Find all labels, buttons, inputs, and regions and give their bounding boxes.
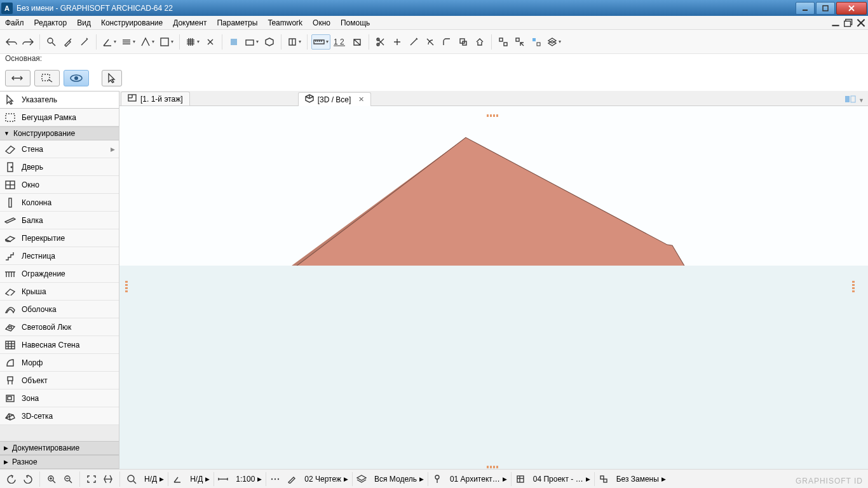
status-nd2[interactable]: Н/Д▶ [186,472,214,486]
tool-curtain-wall[interactable]: Навесная Стена [0,336,119,354]
tool-column[interactable]: Колонна [0,194,119,212]
group4-button[interactable] [545,34,563,50]
status-replace[interactable]: Без Замены▶ [613,472,670,486]
tool-pointer[interactable]: Указатель [0,91,119,109]
group2-button[interactable] [512,34,527,50]
category-documentation[interactable]: ▶Документирование [0,441,119,455]
zoom-in-button[interactable] [44,472,59,486]
tool-railing[interactable]: Ограждение [0,265,119,283]
angle-constraint-button[interactable] [100,34,118,50]
tool-roof[interactable]: Крыша [0,283,119,301]
trace-button[interactable] [226,34,241,50]
measure-button[interactable] [311,34,330,50]
close-button[interactable] [836,2,867,15]
doc-close-icon[interactable] [857,18,865,27]
eyedrop-button[interactable] [60,34,76,50]
menu-view[interactable]: Вид [72,16,96,29]
close-tab-icon[interactable]: ✕ [358,95,364,104]
tool-3d-mesh[interactable]: 3D-сетка [0,407,119,425]
status-drawing[interactable]: 02 Чертеж▶ [301,472,353,486]
snap-button[interactable] [203,34,218,50]
grid-button[interactable] [184,34,201,50]
mode-select-rect-button[interactable] [34,70,60,86]
trim1-button[interactable] [373,34,388,50]
tool-stair[interactable]: Лестница [0,247,119,265]
tool-shell[interactable]: Оболочка [0,301,119,318]
menu-file[interactable]: Файл [0,16,29,29]
fillet-button[interactable] [439,34,454,50]
3d-viewport[interactable]: z x y [119,106,868,469]
tool-morph[interactable]: Морф [0,354,119,372]
status-fwd-button[interactable] [20,472,36,486]
mode-orbit-button[interactable] [64,70,89,86]
chevron-down-icon[interactable]: ▼ [858,97,864,104]
resize-button[interactable] [456,34,471,50]
menu-teamwork[interactable]: Teamwork [262,16,308,29]
group1-button[interactable] [496,34,511,50]
tool-skylight[interactable]: Световой Люк [0,318,119,336]
status-scale[interactable]: 1:100▶ [232,472,266,486]
angle-icon[interactable] [170,472,185,486]
redo-button[interactable] [20,34,36,50]
menu-options[interactable]: Параметры [212,16,262,29]
status-back-button[interactable] [4,472,19,486]
tab-overview-icon[interactable] [844,95,856,105]
openings-button[interactable] [285,34,303,50]
menu-window[interactable]: Окно [308,16,336,29]
area-tool-button[interactable] [349,34,365,50]
tool-scroll[interactable]: Стена▶ Дверь Окно Колонна Балка Перекрыт… [0,140,119,441]
canvas-wrap: [1. 1-й этаж] [3D / Все] ✕ ▼ [119,91,868,469]
pick-button[interactable] [44,34,59,50]
fit-button[interactable] [84,472,99,486]
menu-document[interactable]: Документ [168,16,212,29]
tool-zone[interactable]: Зона [0,390,119,407]
minimize-button[interactable] [796,2,815,15]
tool-object[interactable]: Объект [0,372,119,390]
edge-marker-top [487,110,501,114]
home-tool-button[interactable] [472,34,487,50]
dim12-button[interactable]: 1 2 [332,34,348,50]
layer-button[interactable] [243,34,261,50]
undo-button[interactable] [4,34,19,50]
tool-slab[interactable]: Перекрытие [0,229,119,247]
offset-button[interactable] [119,34,137,50]
fit-ratio-button[interactable] [100,472,116,486]
magic-wand-button[interactable] [77,34,92,50]
category-design[interactable]: ▼ Конструирование [0,126,119,140]
tab-3d[interactable]: [3D / Все] ✕ [298,92,372,106]
relative-button[interactable] [139,34,156,50]
status-arch[interactable]: 01 Архитект…▶ [446,472,512,486]
split-button[interactable] [390,34,405,50]
tool-door[interactable]: Дверь [0,158,119,176]
mode-pan-button[interactable] [5,70,31,86]
tab-floorplan[interactable]: [1. 1-й этаж] [121,92,190,105]
menu-help[interactable]: Помощь [336,16,375,29]
maximize-button[interactable] [816,2,835,15]
adjust-button[interactable] [406,34,421,50]
tool-beam[interactable]: Балка [0,212,119,229]
tool-wall[interactable]: Стена▶ [0,140,119,158]
tool-marquee[interactable]: Бегущая Рамка [0,109,119,126]
mesh-icon [4,410,17,423]
show3d-button[interactable] [262,34,277,50]
doc-minimize-icon[interactable] [831,18,840,27]
zoom-out-button[interactable] [60,472,76,486]
category-misc[interactable]: ▶Разное [0,455,119,469]
ellipsis-icon[interactable] [268,472,283,486]
box-select-button[interactable] [158,34,175,50]
group3-button[interactable] [529,34,544,50]
status-project[interactable]: 04 Проект - …▶ [529,472,595,486]
ground-plane [119,266,868,469]
tool-window[interactable]: Окно [0,176,119,194]
intersect-button[interactable] [423,34,438,50]
svg-point-137 [128,475,134,482]
status-nd1[interactable]: Н/Д▶ [140,472,168,486]
toolbar-separator [222,34,222,50]
zoom-100-button[interactable] [124,472,139,486]
doc-restore-icon[interactable] [844,18,853,27]
mode-arrow-button[interactable] [102,70,122,86]
menu-edit[interactable]: Редактор [29,16,72,29]
menu-design[interactable]: Конструирование [96,16,168,29]
toolbar-separator [281,34,281,50]
status-model[interactable]: Вся Модель▶ [370,472,428,486]
